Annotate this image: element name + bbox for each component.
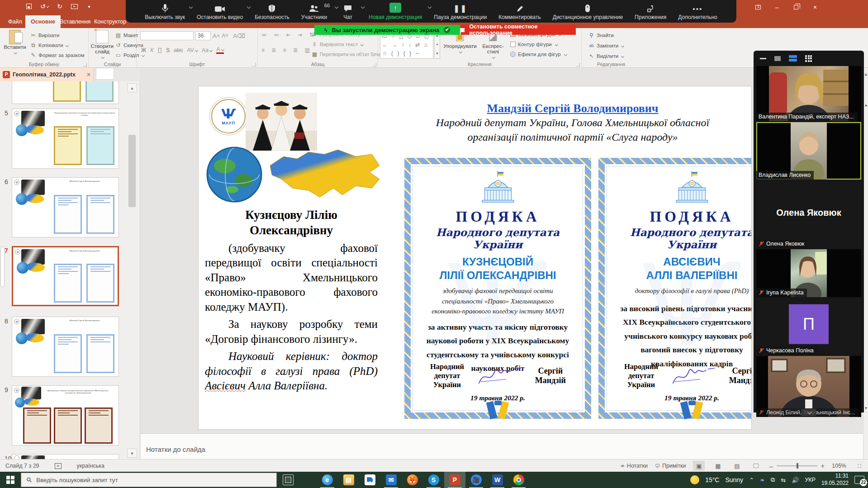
participant-tile[interactable]: Валентина Парандій, експерт НАЗ...: [756, 66, 861, 121]
taskbar-skype-icon[interactable]: S: [423, 472, 444, 488]
volume-icon[interactable]: 🔊: [792, 477, 799, 483]
format-painter-button[interactable]: ✎Формат за зразком: [30, 51, 85, 60]
taskbar-zoom-icon[interactable]: 🎥: [465, 472, 487, 488]
remote-control-button[interactable]: Дистанционное управление: [553, 3, 623, 20]
normal-view-icon[interactable]: ▣: [693, 461, 705, 471]
slideshow-from-start-icon[interactable]: ▸: [71, 4, 78, 9]
restore-icon[interactable]: [787, 0, 806, 14]
task-view-button[interactable]: [283, 474, 294, 485]
chevron-up-icon[interactable]: [335, 5, 338, 8]
font-name-combo[interactable]: [140, 31, 194, 40]
select-button[interactable]: ↖Виділити: [588, 52, 624, 61]
fit-slide-icon[interactable]: ⛶: [854, 461, 865, 471]
replace-button[interactable]: abЗамінити: [588, 41, 624, 50]
document-tab[interactable]: P Геополітика_2022.pptx ✕: [0, 68, 94, 81]
minimal-view-icon[interactable]: [774, 56, 781, 61]
shapes-gallery[interactable]: ▭ ○ △ ◇ ▱ ◻ ← → ↑ ↓ ⇄ ⌂ ☆ ( ) { } ~: [380, 31, 433, 59]
zoom-slider[interactable]: – +: [769, 462, 825, 470]
save-icon[interactable]: [25, 2, 33, 10]
bold-button[interactable]: Ж: [141, 47, 146, 53]
slideshow-view-icon[interactable]: 🖵: [750, 461, 762, 471]
thumbnails-scroll-up[interactable]: ▲: [127, 83, 137, 92]
minimize-icon[interactable]: –: [768, 0, 787, 14]
slide-header[interactable]: Мандзій Сергій Володимирович Народний де…: [393, 102, 752, 145]
clear-formatting-icon[interactable]: A⌫: [233, 33, 245, 39]
language-indicator[interactable]: УКР: [805, 477, 816, 483]
zoom-in-icon[interactable]: +: [821, 462, 825, 469]
paragraph-dialog-launcher[interactable]: [373, 63, 376, 66]
taskbar-search[interactable]: ⚲ Введіть пошуковий запит тут: [21, 473, 277, 487]
cut-button[interactable]: ✂Вирізати: [30, 31, 85, 40]
chevron-up-icon[interactable]: [189, 5, 193, 8]
tab-file[interactable]: Файл: [3, 15, 28, 28]
close-icon[interactable]: ✕: [863, 72, 868, 77]
slide-indicator[interactable]: Слайд 7 з 29: [5, 463, 39, 469]
tab-design[interactable]: Конструктор: [89, 15, 132, 28]
thumbnails-scroll-down[interactable]: ▼: [127, 449, 137, 458]
minimize-panel-icon[interactable]: [760, 58, 766, 59]
font-dialog-launcher[interactable]: [252, 63, 256, 66]
chat-button[interactable]: Чат: [339, 3, 357, 20]
shapes-gallery-scroll[interactable]: ▲▾▼: [434, 31, 440, 59]
shape-outline-button[interactable]: Контур фігури: [510, 40, 567, 49]
participant-tile[interactable]: Олена Яковюк Олена Яковюк: [756, 180, 861, 248]
speaker-view-icon[interactable]: [789, 55, 797, 62]
taskbar-powerpoint-icon[interactable]: P: [444, 472, 465, 488]
new-share-button[interactable]: ↑ Новая демонстрация: [369, 3, 422, 20]
alignment-icons[interactable]: ≡ ≣ ≡ ≣ ▥: [261, 47, 313, 53]
spellcheck-icon[interactable]: ✕: [55, 463, 62, 469]
taskbar-word-icon[interactable]: W: [487, 472, 508, 488]
stop-sharing-button[interactable]: Остановить совместное использование: [461, 25, 576, 35]
tray-expand-icon[interactable]: ⌃: [749, 477, 754, 483]
weather-temp[interactable]: 15°C: [705, 476, 719, 483]
italic-button[interactable]: К: [150, 47, 153, 53]
notes-pane[interactable]: Нотатки до слайда: [141, 433, 868, 459]
participant-tile[interactable]: Леонід Білий, Хмельницький Інс...: [756, 356, 861, 417]
chevron-up-icon[interactable]: [428, 5, 432, 8]
underline-button[interactable]: П: [158, 47, 162, 53]
zoom-out-icon[interactable]: –: [769, 462, 773, 470]
ribbon-display-icon[interactable]: [749, 0, 768, 14]
language-indicator[interactable]: українська: [77, 463, 104, 469]
comments-toggle[interactable]: 🗩Примітки: [655, 463, 686, 469]
recipient-text-block[interactable]: Кузнєцову Лілію Олександрівну (здобувачк…: [205, 208, 378, 393]
stop-video-button[interactable]: Остановить видео: [197, 3, 243, 20]
notification-center-icon[interactable]: 22: [854, 476, 864, 484]
weather-desc[interactable]: Sunny: [725, 476, 743, 483]
start-button[interactable]: [0, 472, 21, 488]
pause-share-button[interactable]: ❚❚ Пауза демонстрации: [434, 3, 487, 20]
drawing-dialog-launcher[interactable]: [576, 63, 580, 66]
bullets-numbering-icons[interactable]: ≔ ≕ ⇤ ⇥ ⇅: [261, 32, 317, 38]
participant-tile-active-speaker[interactable]: Владислав Лисенко: [756, 122, 861, 180]
notes-toggle[interactable]: ≐Нотатки: [621, 463, 648, 469]
taskbar-firefox-icon[interactable]: 🦊: [402, 472, 423, 488]
shape-effects-button[interactable]: Ефекти для фігур: [510, 50, 567, 59]
gallery-view-icon[interactable]: [805, 55, 812, 62]
taskbar-mail-icon[interactable]: ✉: [380, 472, 402, 488]
weather-icon[interactable]: [690, 475, 699, 484]
chevron-up-icon[interactable]: [247, 5, 251, 8]
participants-button[interactable]: 66 Участники: [301, 3, 327, 20]
grow-font-icon[interactable]: A˄: [213, 33, 220, 39]
strikethrough-button[interactable]: abc: [174, 47, 183, 53]
shrink-font-icon[interactable]: A˅: [222, 33, 228, 39]
chevron-up-icon[interactable]: [361, 5, 365, 8]
participant-tile[interactable]: П Черкасова Поліна: [756, 298, 861, 355]
paste-button[interactable]: Вставити: [2, 30, 28, 55]
clipboard-dialog-launcher[interactable]: [83, 63, 87, 66]
font-size-combo[interactable]: 36: [195, 31, 211, 40]
annotate-button[interactable]: Комментировать: [498, 3, 541, 20]
copy-button[interactable]: ⧉Копіювати: [30, 41, 85, 50]
network-icon[interactable]: ⇆: [781, 477, 786, 483]
find-button[interactable]: ⚲Знайти: [588, 31, 624, 40]
apps-button[interactable]: Приложения: [635, 3, 666, 20]
taskbar-store-icon[interactable]: ⛟: [359, 472, 380, 488]
redo-icon[interactable]: ↻: [56, 2, 64, 10]
taskbar-clock[interactable]: 11:31 19.05.2022: [821, 473, 849, 487]
customize-qat-icon[interactable]: ▾: [85, 2, 93, 10]
taskbar-explorer-icon[interactable]: ▤: [338, 472, 359, 488]
slide-canvas[interactable]: Ѱ МАУП: [198, 86, 752, 430]
character-spacing-button[interactable]: AV: [187, 47, 198, 53]
change-case-button[interactable]: Aa: [202, 47, 212, 53]
undo-icon[interactable]: ↺: [40, 2, 48, 10]
